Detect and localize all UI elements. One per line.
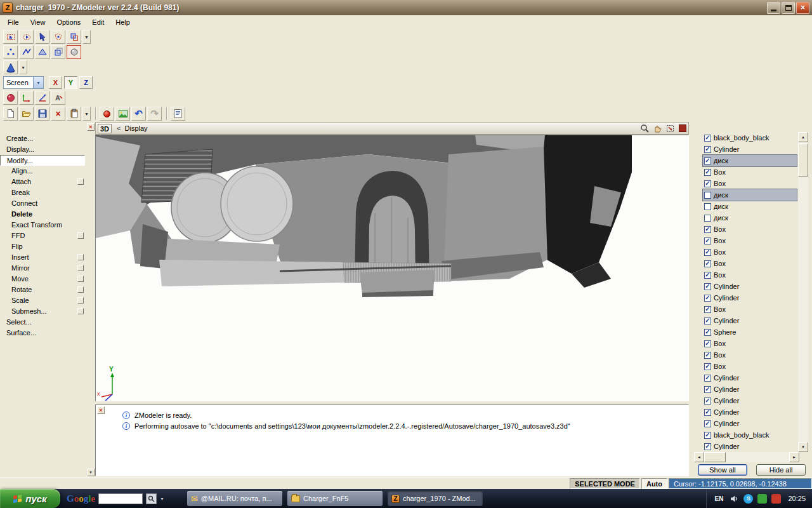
level-objects-button[interactable] [51,45,65,59]
save-file-button[interactable] [35,107,49,121]
left-panel-item-attach[interactable]: Attach [0,177,95,187]
zoom-icon[interactable] [639,123,650,134]
level-polygons-button[interactable] [35,45,49,59]
viewport-mode-button[interactable]: 3D [98,124,112,133]
scene-object-row[interactable]: диск [703,201,797,212]
viewport-maximize-button[interactable] [679,124,686,132]
modifier-option-box[interactable] [77,265,84,271]
scene-object-row[interactable]: ✓Cylinder [703,144,797,155]
delete-button[interactable]: × [51,107,65,121]
scene-object-row[interactable]: ✓Cylinder [703,406,797,418]
open-file-button[interactable] [19,107,34,121]
visibility-checkbox[interactable]: ✓ [704,272,711,279]
scene-object-row[interactable]: ✓Cylinder [703,384,797,395]
scroll-left-icon[interactable]: ◄ [694,452,704,462]
scene-object-row[interactable]: ✓Sphere [703,326,797,338]
visibility-checkbox[interactable]: ✓ [704,237,711,244]
visibility-checkbox[interactable]: ✓ [704,318,711,324]
left-panel-item-submesh[interactable]: Submesh... [0,306,95,317]
left-panel-item-break[interactable]: Break [0,187,95,198]
commands-panel-scroll-down-icon[interactable]: ▼ [87,469,95,476]
modifier-option-box[interactable] [77,286,84,293]
axis-x-button[interactable]: X [49,76,62,89]
visibility-checkbox[interactable]: ✓ [704,169,711,176]
create-primitive-button[interactable] [3,60,18,74]
material-button[interactable] [3,91,18,105]
scroll-up-icon[interactable]: ▲ [798,132,808,142]
scene-object-row[interactable]: ✓Box [703,269,797,281]
redo-button[interactable]: ↷ [147,107,162,121]
combobox-dropdown-icon[interactable]: ▼ [33,77,43,88]
left-panel-item-create[interactable]: Create... [0,133,95,144]
scroll-down-icon[interactable]: ▼ [798,442,808,452]
visibility-checkbox[interactable]: ✓ [704,260,711,267]
google-search-input[interactable] [98,493,143,504]
pan-hand-icon[interactable] [652,123,663,134]
menu-help[interactable]: Help [110,17,136,28]
scene-object-row[interactable]: ✓Box [703,338,797,349]
taskbar-task[interactable]: Charger_FnF5 [287,491,383,506]
select-polyline-button[interactable] [51,30,65,44]
left-panel-item-insert[interactable]: Insert [0,252,95,263]
left-panel-item-modify[interactable]: Modify... [0,155,85,166]
left-panel-item-scale[interactable]: Scale [0,295,95,306]
scene-object-row[interactable]: ✓Cylinder [703,292,797,304]
rotate-gizmo-button[interactable]: A [51,91,65,105]
scene-object-row[interactable]: ✓Box [703,246,797,258]
vscroll-thumb[interactable] [798,144,808,177]
modifier-option-box[interactable] [77,297,84,304]
modifier-option-box[interactable] [77,308,84,314]
scene-object-row[interactable]: ✓Cylinder [703,281,797,292]
left-panel-item-delete[interactable]: Delete [0,209,95,220]
view-space-combobox[interactable]: Screen ▼ [3,76,44,89]
scale-gizmo-button[interactable] [35,91,49,105]
google-search-icon[interactable] [146,493,157,504]
select-mode-dropdown[interactable]: ▼ [82,30,91,44]
taskbar-task[interactable]: ✉@MAIL.RU: почта, п... [187,491,282,506]
select-circle-button[interactable] [19,30,34,44]
status-auto-toggle[interactable]: Auto [641,478,667,489]
zoom-extents-icon[interactable] [664,123,676,134]
menu-options[interactable]: Options [51,17,86,28]
level-edges-button[interactable] [19,45,34,59]
scene-object-row[interactable]: ✓black_body_black [703,132,797,144]
axis-z-button[interactable]: Z [79,76,93,89]
visibility-checkbox[interactable]: ✓ [704,329,711,336]
left-panel-item-exacttransform[interactable]: Exact Transform [0,220,95,231]
scene-object-row[interactable]: ✓Box [703,235,797,246]
left-panel-item-align[interactable]: Align... [0,166,95,177]
hscroll-thumb[interactable] [704,452,726,462]
viewport-back-button[interactable]: < [117,124,121,132]
screenshot-button[interactable] [115,107,130,121]
skype-icon[interactable]: S [743,494,753,504]
render-button[interactable] [100,107,114,121]
visibility-checkbox[interactable] [704,192,711,199]
viewport-view-label[interactable]: Display [125,124,148,132]
scene-object-row[interactable]: диск [703,212,797,224]
left-panel-item-ffd[interactable]: FFD [0,231,95,241]
left-panel-item-display[interactable]: Display... [0,144,95,155]
viewport-3d[interactable]: Y x z [95,135,689,401]
level-vertices-button[interactable] [3,45,18,59]
start-button[interactable]: пуск [0,489,60,508]
modifier-option-box[interactable] [77,276,84,282]
log-window-button[interactable] [171,107,185,121]
modifier-option-box[interactable] [77,254,84,260]
visibility-checkbox[interactable]: ✓ [704,398,711,404]
taskbar-task[interactable]: Zcharger_1970 - ZMod... [388,491,483,506]
visibility-checkbox[interactable]: ✓ [704,386,711,393]
scene-object-row[interactable]: ✓Box [703,224,797,235]
create-primitive-dropdown[interactable]: ▼ [19,60,27,74]
left-panel-item-rotate[interactable]: Rotate [0,284,95,295]
visibility-checkbox[interactable]: ✓ [704,295,711,302]
scene-object-row[interactable]: ✓Box [703,304,797,315]
tray-status-icon[interactable] [757,494,767,504]
visibility-checkbox[interactable]: ✓ [704,409,711,416]
undo-button[interactable]: ↶ [131,107,146,121]
menu-view[interactable]: View [25,17,51,28]
select-area-button[interactable] [67,30,81,44]
language-indicator[interactable]: EN [713,495,726,503]
scene-object-row[interactable]: ✓Cylinder [703,441,797,452]
visibility-checkbox[interactable]: ✓ [704,432,711,439]
scene-object-row[interactable]: ✓Cylinder [703,395,797,406]
